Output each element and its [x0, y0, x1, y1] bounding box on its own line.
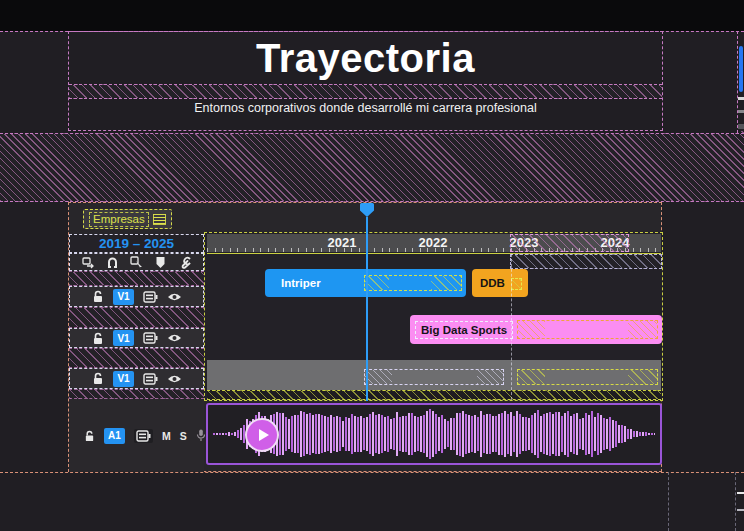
page-title: Trayectoria: [69, 36, 662, 81]
playhead-line[interactable]: [366, 217, 368, 401]
track-gap-hatch: [69, 348, 204, 368]
lock-icon[interactable]: [92, 332, 104, 345]
selection-extension-hatch: [510, 254, 662, 269]
track-gap-hatch: [69, 389, 204, 399]
clip-label: DDB: [480, 277, 505, 289]
placeholder-clip-right: [517, 369, 658, 385]
mute-toggle[interactable]: M: [162, 430, 171, 442]
menu-icon: [153, 214, 166, 225]
sync-lock-icon[interactable]: [134, 429, 153, 443]
track-label-badge[interactable]: V1: [113, 371, 134, 387]
track-label-badge[interactable]: V1: [113, 289, 134, 305]
audio-track-header: A1 M S: [69, 399, 204, 472]
eye-icon[interactable]: [167, 333, 182, 343]
edge-mark: [738, 110, 744, 113]
placeholder-track-row: [207, 360, 661, 390]
vertical-scrollbar[interactable]: [739, 46, 743, 92]
audio-clip[interactable]: [206, 403, 662, 465]
slide-canvas: Trayectoria Entornos corporativos donde …: [0, 0, 744, 531]
edge-mark: [738, 97, 744, 100]
section-spacer-hatch: [0, 133, 744, 202]
bottom-hatch-band: [207, 390, 661, 400]
clip-label: Intriper: [281, 277, 321, 289]
play-icon: [259, 429, 269, 441]
title-block: Trayectoria Entornos corporativos donde …: [68, 31, 663, 131]
linked-selection-icon[interactable]: [130, 256, 144, 269]
video-track-header-1: V1: [69, 286, 204, 307]
layout-guide-line: [0, 472, 744, 473]
snap-guide-line: [511, 254, 512, 400]
ruler-selection-hatch: [510, 234, 629, 252]
track-gap-hatch: [69, 307, 204, 328]
track-label-badge[interactable]: A1: [104, 428, 125, 444]
track-gap-hatch: [69, 271, 204, 286]
timeline-panel: Empresas 2019 – 2025 V: [68, 202, 662, 472]
sync-lock-icon[interactable]: [143, 291, 158, 303]
clip-label: Big Data Sports: [415, 321, 513, 339]
snap-magnet-icon[interactable]: [106, 256, 119, 269]
eye-icon[interactable]: [167, 292, 182, 302]
empresas-button-label: Empresas: [89, 212, 149, 227]
layout-guide-line: [737, 31, 738, 133]
timeline-range-label: 2019 – 2025: [69, 234, 204, 253]
sync-lock-icon[interactable]: [143, 332, 158, 344]
layout-guide-line: [735, 472, 736, 531]
lock-icon[interactable]: [84, 430, 95, 442]
layout-guide-line: [668, 472, 669, 531]
audio-waveform: [213, 408, 655, 460]
video-track-header-3: V1: [69, 368, 204, 389]
edge-mark: [737, 492, 744, 494]
timeline-tracks-area: 2021 2022 2023 2024 Intriper DDB: [204, 232, 663, 401]
microphone-icon[interactable]: [196, 429, 206, 442]
page-subtitle: Entornos corporativos donde desarrollé m…: [69, 101, 662, 115]
sync-lock-icon[interactable]: [143, 373, 158, 385]
lock-icon[interactable]: [92, 290, 104, 303]
edge-mark: [738, 124, 744, 129]
placeholder-clip-left: [364, 369, 504, 385]
clip-ddb-selection-hatch: [511, 278, 522, 290]
track-label-badge[interactable]: V1: [113, 330, 134, 346]
clip-intriper-selection-hatch: [364, 275, 462, 291]
video-track-header-2: V1: [69, 328, 204, 348]
edge-mark: [737, 509, 744, 511]
lock-icon[interactable]: [92, 372, 104, 385]
nest-sequences-icon[interactable]: [82, 256, 95, 269]
play-button[interactable]: [245, 418, 279, 452]
solo-toggle[interactable]: S: [180, 430, 187, 442]
timeline-toolbar: [69, 253, 204, 271]
playhead-marker[interactable]: [359, 203, 375, 218]
add-marker-icon[interactable]: [155, 256, 166, 269]
clip-big-data-selection-hatch: [517, 320, 658, 339]
title-divider-hatch: [69, 84, 662, 99]
top-black-bar: [0, 0, 744, 31]
settings-wrench-icon[interactable]: [177, 256, 191, 269]
eye-icon[interactable]: [167, 374, 182, 384]
empresas-button[interactable]: Empresas: [83, 209, 172, 229]
